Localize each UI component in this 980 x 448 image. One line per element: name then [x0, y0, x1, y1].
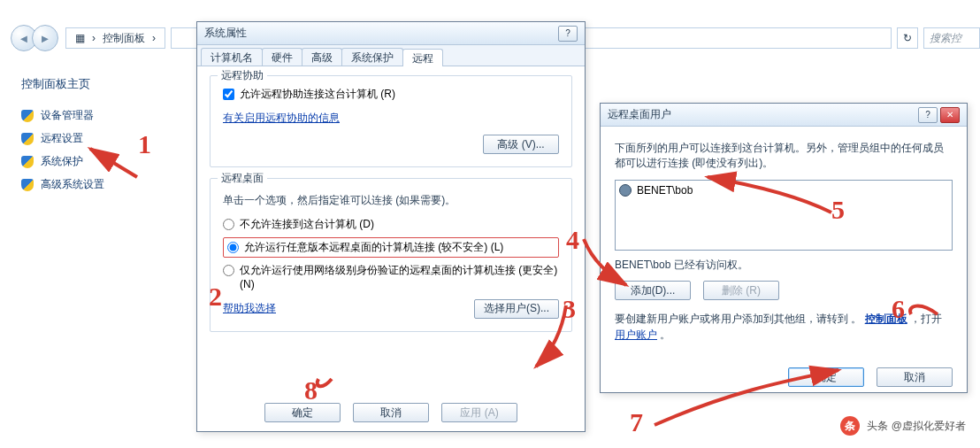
remote-desktop-group: 远程桌面 单击一个选项，然后指定谁可以连接 (如果需要)。 不允许连接到这台计算… [210, 178, 572, 332]
sidebar-item-label: 高级系统设置 [41, 177, 104, 192]
refresh-button[interactable]: ↻ [897, 27, 918, 49]
radio-input[interactable] [227, 242, 239, 253]
radio-label: 允许运行任意版本远程桌面的计算机连接 (较不安全) (L) [244, 240, 503, 255]
allow-remote-assistance-checkbox[interactable]: 允许远程协助连接这台计算机 (R) [223, 87, 559, 102]
user-accounts-link[interactable]: 用户账户 [615, 327, 657, 343]
dialog-titlebar[interactable]: 远程桌面用户 ? ✕ [601, 104, 967, 127]
radio-input[interactable] [223, 219, 234, 230]
watermark-prefix: 头条 [867, 419, 888, 434]
remove-user-button[interactable]: 删除 (R) [703, 281, 779, 300]
tab-computer-name[interactable]: 计算机名 [201, 48, 263, 66]
list-item[interactable]: BENET\bob [619, 184, 948, 197]
breadcrumb[interactable]: ▦ › 控制面板 › [65, 27, 165, 49]
remote-desktop-users-dialog: 远程桌面用户 ? ✕ 下面所列的用户可以连接到这台计算机。另外，管理员组中的任何… [600, 103, 968, 393]
nav-forward-button[interactable]: ► [32, 25, 58, 51]
breadcrumb-icon: ▦ [75, 32, 85, 44]
sidebar-item-label: 系统保护 [41, 154, 83, 169]
radio-allow-any-version[interactable]: 允许运行任意版本远程桌面的计算机连接 (较不安全) (L) [223, 237, 559, 258]
tab-advanced[interactable]: 高级 [302, 48, 342, 66]
shield-icon [21, 156, 34, 168]
group-hint: 单击一个选项，然后指定谁可以连接 (如果需要)。 [223, 193, 559, 208]
ok-button[interactable]: 确定 [788, 367, 864, 387]
help-choose-link[interactable]: 帮助我选择 [223, 301, 276, 316]
remote-assistance-group: 远程协助 允许远程协助连接这台计算机 (R) 有关启用远程协助的信息 高级 (V… [210, 75, 572, 167]
sidebar-item-label: 远程设置 [41, 131, 83, 146]
select-users-button[interactable]: 选择用户(S)... [474, 299, 559, 319]
watermark-author: @虚拟化爱好者 [892, 419, 966, 434]
dialog-titlebar[interactable]: 系统属性 ? [197, 22, 585, 45]
dialog-footer: 确定 取消 应用 (A) [197, 403, 585, 422]
cancel-button[interactable]: 取消 [353, 403, 429, 422]
ok-button[interactable]: 确定 [264, 403, 341, 422]
system-properties-dialog: 系统属性 ? 计算机名 硬件 高级 系统保护 远程 远程协助 允许远程协助连接这… [196, 21, 586, 432]
sidebar-title: 控制面板主页 [21, 76, 180, 92]
group-legend: 远程协助 [218, 68, 267, 83]
apply-button[interactable]: 应用 (A) [441, 403, 517, 422]
users-listbox[interactable]: BENET\bob [615, 180, 953, 251]
tab-bar: 计算机名 硬件 高级 系统保护 远程 [197, 45, 585, 66]
help-button[interactable]: ? [918, 107, 938, 123]
sidebar-item-remote-settings[interactable]: 远程设置 [21, 131, 180, 146]
breadcrumb-sep: › [92, 32, 96, 44]
radio-allow-nla-only[interactable]: 仅允许运行使用网络级别身份验证的远程桌面的计算机连接 (更安全) (N) [223, 263, 559, 290]
shield-icon [21, 133, 34, 145]
remote-assist-help-link[interactable]: 有关启用远程协助的信息 [223, 111, 340, 126]
breadcrumb-sep-2: › [152, 32, 156, 44]
existing-access-note: BENET\bob 已经有访问权。 [615, 258, 953, 273]
watermark-logo-icon: 条 [840, 416, 860, 436]
search-input[interactable]: 搜索控 [923, 27, 980, 49]
radio-label: 不允许连接到这台计算机 (D) [240, 217, 374, 232]
dialog-title: 系统属性 [204, 26, 247, 41]
create-user-note: 要创建新用户账户或将用户添加到其他组，请转到 。 控制面板 ，打开 用户账户 。 [615, 311, 953, 343]
radio-input[interactable] [223, 265, 234, 276]
intro-text: 下面所列的用户可以连接到这台计算机。另外，管理员组中的任何成员都可以进行连接 (… [615, 141, 953, 171]
breadcrumb-label: 控制面板 [103, 31, 145, 46]
control-panel-link[interactable]: 控制面板 [865, 311, 907, 327]
radio-disallow[interactable]: 不允许连接到这台计算机 (D) [223, 217, 559, 232]
checkbox-label: 允许远程协助连接这台计算机 (R) [240, 87, 395, 102]
tab-system-protection[interactable]: 系统保护 [341, 48, 403, 66]
shield-icon [21, 110, 34, 122]
close-button[interactable]: ✕ [940, 107, 960, 123]
remote-assist-advanced-button[interactable]: 高级 (V)... [483, 135, 559, 154]
add-user-button[interactable]: 添加(D)... [615, 281, 691, 300]
sidebar-item-device-manager[interactable]: 设备管理器 [21, 108, 180, 123]
control-panel-sidebar: 控制面板主页 设备管理器 远程设置 系统保护 高级系统设置 [21, 76, 180, 200]
sidebar-item-label: 设备管理器 [41, 108, 94, 123]
sidebar-item-system-protection[interactable]: 系统保护 [21, 154, 180, 169]
shield-icon [21, 179, 34, 191]
radio-label: 仅允许运行使用网络级别身份验证的远程桌面的计算机连接 (更安全) (N) [240, 263, 559, 290]
sidebar-item-advanced-settings[interactable]: 高级系统设置 [21, 177, 180, 192]
checkbox-input[interactable] [223, 89, 234, 100]
annotation-7: 7 [630, 407, 643, 437]
user-icon [619, 184, 632, 197]
cancel-button[interactable]: 取消 [877, 367, 953, 387]
dialog-title: 远程桌面用户 [608, 107, 671, 122]
help-button[interactable]: ? [558, 26, 578, 42]
tab-remote[interactable]: 远程 [402, 49, 443, 66]
user-name: BENET\bob [637, 184, 693, 197]
watermark: 条 头条 @虚拟化爱好者 [840, 416, 966, 436]
tab-hardware[interactable]: 硬件 [262, 48, 302, 66]
group-legend: 远程桌面 [218, 171, 267, 186]
